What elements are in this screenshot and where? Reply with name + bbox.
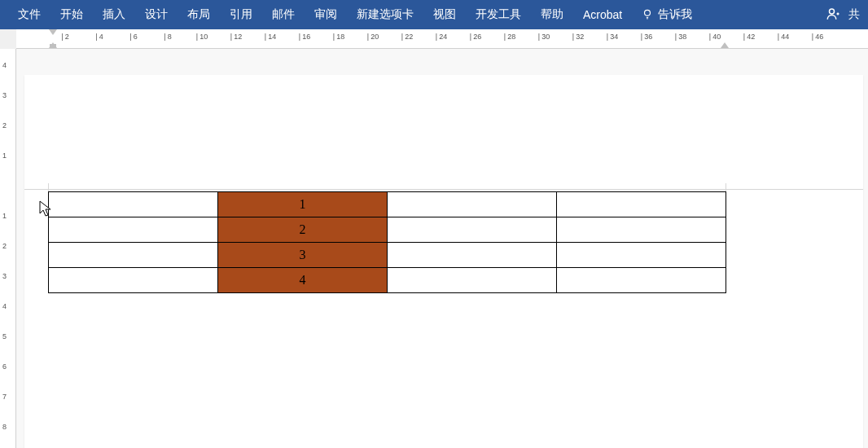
ruler-tick: 30 [538, 33, 550, 41]
ruler-tick: 44 [778, 33, 789, 41]
user-icon[interactable] [826, 7, 840, 24]
ruler-left-indent[interactable] [50, 44, 56, 48]
ruler-tick: 16 [299, 33, 310, 41]
ruler-tick: 28 [504, 33, 515, 41]
table-cell[interactable] [49, 217, 218, 243]
ruler-first-line-indent[interactable] [49, 29, 57, 35]
table-cell[interactable] [557, 217, 726, 243]
tab-mail[interactable]: 邮件 [262, 0, 305, 29]
table-cell[interactable] [388, 268, 557, 293]
tell-me-label: 告诉我 [658, 7, 692, 22]
ruler-tick: 24 [436, 33, 447, 41]
ruler-tick: 2 [61, 33, 68, 41]
tab-acrobat[interactable]: Acrobat [573, 0, 632, 29]
svg-point-0 [645, 10, 651, 15]
table-cell[interactable] [557, 268, 726, 293]
ruler-tick: 38 [675, 33, 686, 41]
ruler-tick: 34 [607, 33, 618, 41]
ruler-tick: 6 [129, 33, 137, 41]
table-cell[interactable]: 1 [218, 192, 388, 217]
table-cell[interactable] [388, 192, 557, 217]
ruler-tick: 46 [812, 33, 823, 41]
table-cell[interactable]: 3 [218, 243, 388, 268]
table-row[interactable]: 1 [49, 192, 726, 217]
ruler-v-tick: 2 [2, 121, 7, 130]
ruler-tick: 32 [572, 33, 584, 41]
tab-view[interactable]: 视图 [423, 0, 466, 29]
table-cell[interactable] [557, 192, 726, 217]
ruler-v-tick: 4 [2, 302, 7, 310]
ruler-v-tick: 3 [2, 91, 7, 99]
tab-references[interactable]: 引用 [220, 0, 262, 29]
table-row[interactable]: 4 [49, 268, 726, 293]
table-row[interactable]: 2 [49, 217, 726, 243]
ruler-tick: 36 [641, 33, 652, 41]
lightbulb-icon [642, 8, 653, 22]
ruler-right-indent[interactable] [721, 42, 729, 48]
tab-design[interactable]: 设计 [135, 0, 178, 29]
ruler-v-tick: 3 [2, 272, 7, 280]
tab-insert[interactable]: 插入 [93, 0, 135, 29]
ruler-v-tick: 2 [2, 242, 7, 250]
ruler-v-tick: 1 [2, 212, 7, 220]
margin-guide-top [24, 189, 863, 190]
ribbon-menu: 文件 开始 插入 设计 布局 引用 邮件 审阅 新建选项卡 视图 开发工具 帮助… [0, 0, 868, 29]
ruler-tick: 18 [333, 33, 344, 41]
table-cell[interactable] [557, 243, 726, 268]
tell-me-search[interactable]: 告诉我 [632, 7, 702, 22]
ruler-v-tick: 8 [2, 423, 7, 431]
document-page[interactable]: 1234 [24, 75, 863, 448]
svg-point-3 [830, 9, 835, 14]
ruler-tick: 26 [470, 33, 481, 41]
tab-file[interactable]: 文件 [8, 0, 50, 29]
horizontal-ruler[interactable]: 2468101214161820222426283032343638404244… [16, 29, 868, 49]
ribbon-right: 共 [826, 7, 868, 24]
ruler-v-tick: 4 [2, 61, 7, 69]
table-cell[interactable]: 4 [218, 268, 388, 293]
table-cell[interactable] [49, 268, 218, 293]
page-container: 1234 [16, 49, 863, 448]
ruler-tick: 12 [230, 33, 242, 41]
document-table[interactable]: 1234 [48, 191, 726, 293]
ruler-tick: 40 [709, 33, 721, 41]
work-area: 4321123456789 1234 [0, 49, 868, 448]
table-row[interactable]: 3 [49, 243, 726, 268]
tab-developer[interactable]: 开发工具 [466, 0, 531, 29]
ruler-tick: 14 [265, 33, 276, 41]
table-cell[interactable] [49, 243, 218, 268]
ruler-tick: 10 [196, 33, 208, 41]
ruler-tick: 8 [164, 33, 171, 41]
ruler-v-tick: 6 [2, 362, 7, 371]
ruler-v-tick: 7 [2, 393, 7, 401]
ruler-tick: 4 [95, 33, 103, 41]
ruler-v-tick: 5 [2, 332, 7, 340]
ruler-tick: 20 [367, 33, 379, 41]
ruler-tick: 22 [401, 33, 413, 41]
tab-help[interactable]: 帮助 [531, 0, 573, 29]
vertical-ruler[interactable]: 4321123456789 [0, 49, 16, 448]
table-cell[interactable]: 2 [218, 217, 388, 243]
tab-new[interactable]: 新建选项卡 [347, 0, 423, 29]
tab-home[interactable]: 开始 [50, 0, 93, 29]
ruler-tick: 42 [743, 33, 755, 41]
share-label[interactable]: 共 [848, 7, 860, 22]
tab-layout[interactable]: 布局 [178, 0, 220, 29]
table-cell[interactable] [49, 192, 218, 217]
tab-review[interactable]: 审阅 [305, 0, 347, 29]
table-cell[interactable] [388, 243, 557, 268]
table-cell[interactable] [388, 217, 557, 243]
ruler-v-tick: 1 [2, 152, 7, 160]
